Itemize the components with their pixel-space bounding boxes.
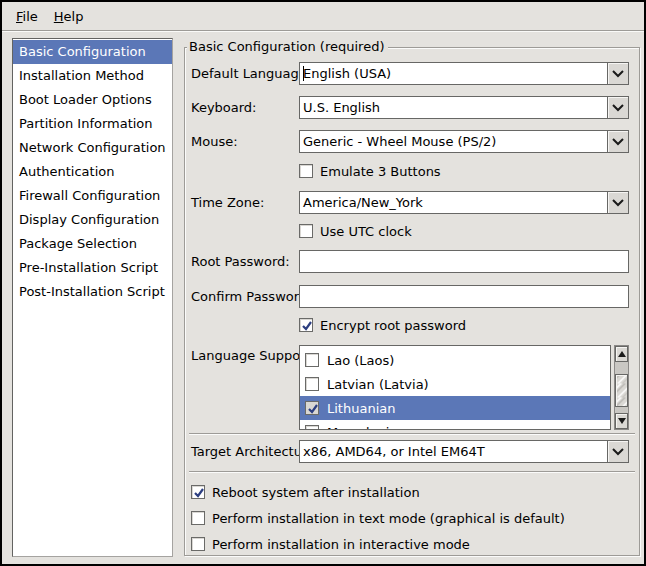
sidebar-item-post-installation-script[interactable]: Post-Installation Script (13, 280, 172, 304)
chevron-down-icon (612, 138, 624, 146)
keyboard-value: U.S. English (303, 100, 380, 115)
keyboard-entry[interactable]: U.S. English (299, 96, 607, 119)
checkbox-checked-icon[interactable] (299, 318, 313, 332)
chevron-down-icon (612, 199, 624, 207)
encrypt-root-password-label: Encrypt root password (320, 318, 466, 333)
target-architecture-dropdown-button[interactable] (607, 440, 629, 463)
panel-title: Basic Configuration (required) (187, 39, 388, 54)
time-zone-combobox[interactable]: America/New_York (299, 191, 629, 214)
mouse-value: Generic - Wheel Mouse (PS/2) (303, 134, 496, 149)
confirm-password-field[interactable] (299, 285, 629, 308)
checkbox-unchecked-icon[interactable] (191, 511, 205, 525)
language-support-list: Lao (Laos) Latvian (Latvia) Lithuanian M… (299, 345, 611, 430)
sidebar-item-installation-method[interactable]: Installation Method (13, 64, 172, 88)
text-mode-checkbox[interactable]: Perform installation in text mode (graph… (191, 510, 565, 526)
root-password-field[interactable] (299, 250, 629, 273)
check-icon (301, 320, 313, 332)
sidebar-item-basic-configuration[interactable]: Basic Configuration (13, 40, 172, 64)
emulate-3-buttons-checkbox[interactable]: Emulate 3 Buttons (299, 163, 441, 179)
reboot-after-installation-label: Reboot system after installation (212, 485, 420, 500)
sidebar-item-display-configuration[interactable]: Display Configuration (13, 208, 172, 232)
interactive-mode-checkbox[interactable]: Perform installation in interactive mode (191, 536, 470, 552)
language-support-label: Language Support: (191, 348, 315, 363)
scroll-up-button[interactable] (615, 346, 628, 362)
time-zone-label: Time Zone: (191, 195, 264, 210)
triangle-down-icon (618, 418, 626, 424)
reboot-after-installation-checkbox[interactable]: Reboot system after installation (191, 484, 420, 500)
menu-file[interactable]: File (8, 5, 46, 28)
text-mode-label: Perform installation in text mode (graph… (212, 511, 565, 526)
keyboard-dropdown-button[interactable] (607, 96, 629, 119)
use-utc-clock-label: Use UTC clock (320, 224, 412, 239)
check-icon (307, 403, 319, 415)
section-list: Basic Configuration Installation Method … (12, 38, 173, 557)
root-password-label: Root Password: (191, 254, 290, 269)
sidebar-item-authentication[interactable]: Authentication (13, 160, 172, 184)
checkbox-unchecked-icon[interactable] (305, 425, 319, 430)
confirm-password-label: Confirm Password: (191, 289, 311, 304)
keyboard-combobox[interactable]: U.S. English (299, 96, 629, 119)
checkbox-unchecked-icon[interactable] (191, 537, 205, 551)
checkbox-unchecked-icon[interactable] (299, 224, 313, 238)
time-zone-entry[interactable]: America/New_York (299, 191, 607, 214)
default-language-dropdown-button[interactable] (607, 62, 629, 85)
checkbox-unchecked-icon[interactable] (305, 353, 319, 367)
check-icon (193, 487, 205, 499)
separator (189, 471, 635, 473)
checkbox-unchecked-icon[interactable] (305, 377, 319, 391)
default-language-value: English (USA) (303, 66, 391, 81)
language-list-scrollbar[interactable] (614, 345, 629, 430)
default-language-combobox[interactable]: English (USA) (299, 62, 629, 85)
kickstart-configurator-window: File Help Basic Configuration Installati… (0, 0, 646, 566)
sidebar-item-boot-loader-options[interactable]: Boot Loader Options (13, 88, 172, 112)
mouse-dropdown-button[interactable] (607, 130, 629, 153)
checkbox-unchecked-icon[interactable] (299, 164, 313, 178)
sidebar-item-pre-installation-script[interactable]: Pre-Installation Script (13, 256, 172, 280)
list-item-macedonian[interactable]: Macedonian (300, 420, 610, 430)
list-item-latvian[interactable]: Latvian (Latvia) (300, 372, 610, 396)
checkbox-checked-icon[interactable] (305, 401, 319, 415)
sidebar-item-partition-information[interactable]: Partition Information (13, 112, 172, 136)
default-language-label: Default Language: (191, 66, 311, 81)
mouse-label: Mouse: (191, 134, 238, 149)
interactive-mode-label: Perform installation in interactive mode (212, 537, 470, 552)
scrollbar-thumb[interactable] (615, 374, 628, 407)
use-utc-clock-checkbox[interactable]: Use UTC clock (299, 223, 412, 239)
target-architecture-entry[interactable]: x86, AMD64, or Intel EM64T (299, 440, 607, 463)
default-language-entry[interactable]: English (USA) (299, 62, 607, 85)
time-zone-dropdown-button[interactable] (607, 191, 629, 214)
list-item-lao[interactable]: Lao (Laos) (300, 348, 610, 372)
target-architecture-combobox[interactable]: x86, AMD64, or Intel EM64T (299, 440, 629, 463)
mouse-combobox[interactable]: Generic - Wheel Mouse (PS/2) (299, 130, 629, 153)
sidebar-item-firewall-configuration[interactable]: Firewall Configuration (13, 184, 172, 208)
sidebar-item-network-configuration[interactable]: Network Configuration (13, 136, 172, 160)
mouse-entry[interactable]: Generic - Wheel Mouse (PS/2) (299, 130, 607, 153)
encrypt-root-password-checkbox[interactable]: Encrypt root password (299, 317, 466, 333)
menu-bar: File Help (2, 2, 644, 31)
separator (189, 433, 635, 435)
chevron-down-icon (612, 104, 624, 112)
time-zone-value: America/New_York (303, 195, 423, 210)
list-item-lithuanian[interactable]: Lithuanian (300, 396, 610, 420)
chevron-down-icon (612, 448, 624, 456)
emulate-3-buttons-label: Emulate 3 Buttons (320, 164, 441, 179)
chevron-down-icon (612, 70, 624, 78)
checkbox-checked-icon[interactable] (191, 485, 205, 499)
sidebar-item-package-selection[interactable]: Package Selection (13, 232, 172, 256)
triangle-up-icon (618, 351, 626, 357)
keyboard-label: Keyboard: (191, 100, 257, 115)
basic-configuration-panel: Basic Configuration (required) Default L… (184, 47, 640, 556)
menu-help[interactable]: Help (46, 5, 92, 28)
scroll-down-button[interactable] (615, 413, 628, 429)
target-architecture-value: x86, AMD64, or Intel EM64T (303, 444, 485, 459)
